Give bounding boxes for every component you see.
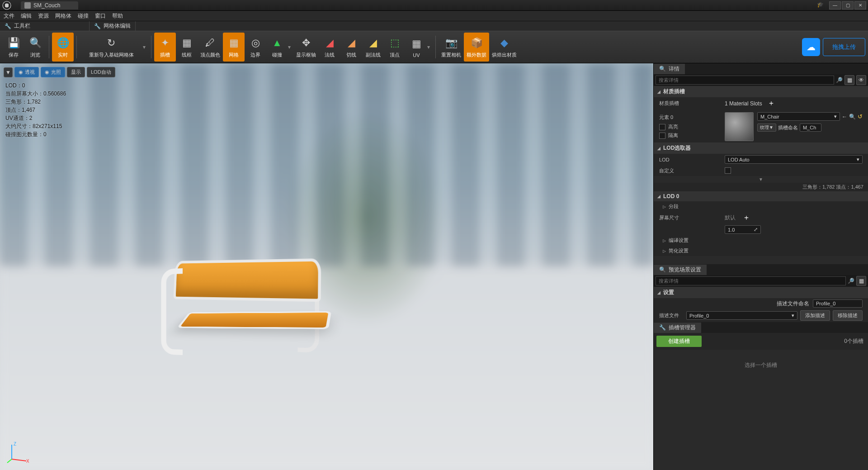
add-screen-size-button[interactable]: ＋ <box>740 213 753 223</box>
lit-button[interactable]: ◉ 光照 <box>41 67 65 77</box>
menu-help[interactable]: 帮助 <box>112 12 123 20</box>
details-search-input[interactable] <box>656 76 834 85</box>
cloud-upload-icon: ☁ <box>802 38 820 56</box>
screen-size-row: 屏幕尺寸 默认 ＋ <box>654 212 868 224</box>
isolate-label: 隔离 <box>668 132 678 139</box>
create-socket-button[interactable]: 创建插槽 <box>656 336 702 347</box>
menu-collision[interactable]: 碰撞 <box>78 12 89 20</box>
dropdown-arrow-icon[interactable]: ▾ <box>427 44 430 50</box>
uv-button[interactable]: ▦UV <box>406 33 427 62</box>
realtime-button[interactable]: 🌐实时 <box>52 33 74 62</box>
material-combo[interactable]: M_Chair▾ <box>757 112 840 121</box>
tangents-button[interactable]: ◢切线 <box>340 33 362 62</box>
reset-icon[interactable]: ↺ <box>858 113 863 120</box>
sections-header[interactable]: 分段 <box>654 201 868 212</box>
extra-data-button[interactable]: 📦额外数据 <box>464 33 489 62</box>
toolbar-header: 🔧 工具栏 🔧 网格体编辑 <box>0 21 868 31</box>
vertices-button[interactable]: ⬚顶点 <box>384 33 406 62</box>
expand-more-button[interactable]: ▼ <box>654 176 868 183</box>
binormals-icon: ◢ <box>366 36 380 50</box>
menu-file[interactable]: 文件 <box>4 12 14 20</box>
tangents-icon: ◢ <box>344 36 359 50</box>
menu-mesh[interactable]: 网格体 <box>55 12 71 20</box>
pivot-icon: ✥ <box>299 36 313 50</box>
perspective-button[interactable]: ◉ 透视 <box>14 67 39 77</box>
vertex-color-button[interactable]: 🖊顶点颜色 <box>198 33 223 62</box>
mesh-edit-label: 网格体编辑 <box>104 22 131 30</box>
camera-icon: 📷 <box>444 36 458 50</box>
isolate-checkbox[interactable] <box>659 133 665 139</box>
find-in-browser-icon[interactable]: 🔍 <box>849 114 856 120</box>
binormals-button[interactable]: ◢副法线 <box>362 33 384 62</box>
reimport-button[interactable]: ↻重新导入基础网格体 <box>80 33 143 62</box>
search-icon[interactable]: 🔎 <box>848 278 854 284</box>
unreal-logo-icon <box>2 0 12 10</box>
save-button[interactable]: 💾保存 <box>3 33 24 62</box>
dropdown-arrow-icon[interactable]: ▾ <box>143 44 146 50</box>
preview-tab-bar: 🔍 预览场景设置 <box>654 264 868 275</box>
settings-header[interactable]: 设置 <box>654 287 868 298</box>
material-slots-header[interactable]: 材质插槽 <box>654 86 868 97</box>
material-thumbnail[interactable] <box>725 112 754 141</box>
menu-window[interactable]: 窗口 <box>95 12 106 20</box>
collision-button[interactable]: ▲碰撞 <box>266 33 288 62</box>
use-selected-icon[interactable]: ← <box>842 114 847 120</box>
close-button[interactable]: ✕ <box>854 1 866 9</box>
profile-name-field[interactable]: Profile_0 <box>813 299 863 308</box>
stat-lod: LOD：0 <box>5 81 66 90</box>
upload-label: 拖拽上传 <box>823 38 865 56</box>
lod-combo[interactable]: LOD Auto▾ <box>725 155 863 164</box>
viewport-options-dropdown[interactable]: ▼ <box>4 67 13 77</box>
lod0-header[interactable]: LOD 0 <box>654 191 868 201</box>
preview-tab[interactable]: 🔍 预览场景设置 <box>654 265 707 275</box>
slot-name-label: 插槽命名 <box>778 124 798 131</box>
browse-button[interactable]: 🔍浏览 <box>24 33 46 62</box>
minimize-button[interactable]: — <box>829 1 841 9</box>
menu-asset[interactable]: 资源 <box>38 12 49 20</box>
upload-button[interactable]: ☁ 拖拽上传 <box>802 38 865 56</box>
bounds-button[interactable]: ◎边界 <box>245 33 266 62</box>
eye-icon[interactable]: 👁 <box>856 75 866 85</box>
menu-edit[interactable]: 编辑 <box>21 12 32 20</box>
matrix-view-icon[interactable]: ▦ <box>844 75 854 85</box>
profile-name-row: 描述文件命名 Profile_0 <box>654 298 868 309</box>
normals-button[interactable]: ◢法线 <box>319 33 340 62</box>
profile-combo[interactable]: Profile_0▾ <box>686 311 797 320</box>
screen-size-field[interactable]: 1.0⤢ <box>725 225 761 234</box>
preview-search-input[interactable] <box>656 276 846 285</box>
details-tab[interactable]: 🔍 详情 <box>654 64 685 74</box>
remove-profile-button[interactable]: 移除描述 <box>833 310 863 321</box>
grid-button[interactable]: ▦网格 <box>223 33 245 62</box>
academic-cap-icon[interactable]: 🎓 <box>817 1 824 9</box>
grid-icon: ▦ <box>226 36 241 50</box>
pivot-button[interactable]: ✥显示枢轴 <box>293 33 319 62</box>
sockets-button[interactable]: ✦插槽 <box>154 33 176 62</box>
details-search-row: 🔎 ▦ 👁 <box>654 74 868 86</box>
matrix-view-icon[interactable]: ▦ <box>856 276 866 286</box>
socket-tab[interactable]: 🔧 插槽管理器 <box>654 323 701 333</box>
dropdown-arrow-icon[interactable]: ▾ <box>288 44 291 50</box>
bake-material-button[interactable]: ◆烘焙出材质 <box>489 33 519 62</box>
texture-button[interactable]: 纹理▼ <box>757 123 776 132</box>
search-icon[interactable]: 🔎 <box>836 77 843 83</box>
window-tab[interactable]: SM_Couch <box>21 1 78 9</box>
lod-picker-header[interactable]: LOD选取器 <box>654 142 868 154</box>
axis-gizmo[interactable]: Z X <box>6 441 29 464</box>
build-settings-header[interactable]: 编译设置 <box>654 235 868 246</box>
lod-auto-button[interactable]: LOD自动 <box>87 67 115 77</box>
add-profile-button[interactable]: 添加描述 <box>800 310 830 321</box>
reduce-settings-header[interactable]: 简化设置 <box>654 246 868 256</box>
socket-tab-bar: 🔧 插槽管理器 <box>654 322 868 333</box>
reset-camera-button[interactable]: 📷重置相机 <box>439 33 464 62</box>
wireframe-button[interactable]: ▦线框 <box>176 33 198 62</box>
show-button[interactable]: 显示 <box>67 67 85 77</box>
viewport[interactable]: ▼ ◉ 透视 ◉ 光照 显示 LOD自动 LOD：0 当前屏幕大小：0.5606… <box>0 63 653 470</box>
add-material-slot-button[interactable]: ＋ <box>765 99 778 108</box>
material-element-row: 元素 0 高亮 隔离 M_Chair▾ ← 🔍 ↺ 纹理▼ 插槽命名 <box>654 109 868 142</box>
lod-custom-checkbox[interactable] <box>725 167 731 174</box>
toolbar-divider <box>151 36 151 58</box>
highlight-checkbox[interactable] <box>659 124 665 130</box>
maximize-button[interactable]: ▢ <box>842 1 854 9</box>
slot-name-field[interactable]: M_Ch <box>800 123 821 132</box>
profile-row: 描述文件 Profile_0▾ 添加描述 移除描述 <box>654 309 868 322</box>
